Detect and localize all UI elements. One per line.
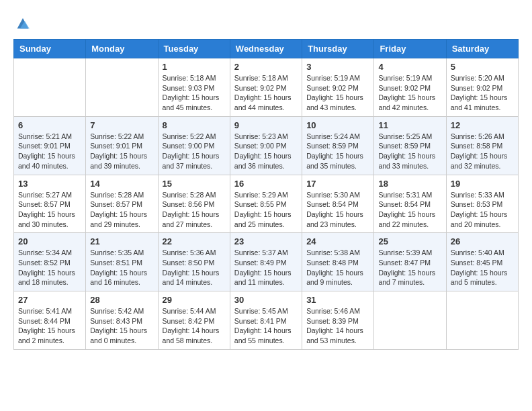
logo: [13, 13, 35, 32]
calendar-cell: 9Sunrise: 5:23 AMSunset: 9:00 PMDaylight…: [230, 116, 302, 175]
day-number: 6: [18, 120, 81, 130]
day-number: 16: [234, 179, 298, 189]
calendar-cell: 19Sunrise: 5:33 AMSunset: 8:53 PMDayligh…: [446, 175, 518, 233]
calendar-cell: 15Sunrise: 5:28 AMSunset: 8:56 PMDayligh…: [158, 175, 230, 233]
calendar-week-2: 6Sunrise: 5:21 AMSunset: 9:01 PMDaylight…: [14, 116, 519, 175]
day-number: 28: [90, 295, 153, 305]
calendar-cell: 5Sunrise: 5:20 AMSunset: 9:02 PMDaylight…: [446, 58, 518, 117]
calendar-cell: 30Sunrise: 5:45 AMSunset: 8:41 PMDayligh…: [230, 291, 302, 350]
day-info: Sunrise: 5:27 AMSunset: 8:57 PMDaylight:…: [18, 190, 81, 230]
day-info: Sunrise: 5:36 AMSunset: 8:50 PMDaylight:…: [163, 248, 226, 287]
day-number: 17: [306, 179, 369, 189]
calendar-cell: 16Sunrise: 5:29 AMSunset: 8:55 PMDayligh…: [230, 175, 302, 233]
calendar-cell: 24Sunrise: 5:38 AMSunset: 8:48 PMDayligh…: [302, 233, 374, 291]
day-number: 2: [234, 62, 298, 72]
calendar-header-row: SundayMondayTuesdayWednesdayThursdayFrid…: [14, 40, 519, 58]
day-info: Sunrise: 5:28 AMSunset: 8:56 PMDaylight:…: [163, 190, 226, 230]
calendar-cell: 31Sunrise: 5:46 AMSunset: 8:39 PMDayligh…: [302, 291, 374, 350]
calendar-cell: 18Sunrise: 5:31 AMSunset: 8:54 PMDayligh…: [374, 175, 446, 233]
day-number: 9: [234, 120, 298, 130]
day-number: 27: [18, 295, 81, 305]
day-number: 20: [18, 236, 81, 246]
day-number: 14: [90, 179, 153, 189]
calendar-cell: 21Sunrise: 5:35 AMSunset: 8:51 PMDayligh…: [86, 233, 158, 291]
day-number: 7: [90, 120, 153, 130]
calendar-cell: [374, 291, 446, 350]
calendar-cell: [446, 291, 518, 350]
day-number: 10: [306, 120, 369, 130]
day-number: 22: [163, 236, 226, 246]
day-number: 31: [306, 295, 369, 305]
day-number: 5: [451, 62, 514, 72]
day-number: 25: [378, 236, 441, 246]
logo-icon: [13, 13, 32, 32]
calendar-cell: 7Sunrise: 5:22 AMSunset: 9:01 PMDaylight…: [86, 116, 158, 175]
day-info: Sunrise: 5:30 AMSunset: 8:54 PMDaylight:…: [306, 190, 369, 230]
day-info: Sunrise: 5:29 AMSunset: 8:55 PMDaylight:…: [234, 190, 298, 230]
day-number: 30: [234, 295, 298, 305]
calendar-cell: 11Sunrise: 5:25 AMSunset: 8:59 PMDayligh…: [374, 116, 446, 175]
day-number: 26: [451, 236, 514, 246]
day-info: Sunrise: 5:37 AMSunset: 8:49 PMDaylight:…: [234, 248, 298, 287]
day-header-wednesday: Wednesday: [230, 40, 302, 58]
calendar-cell: 25Sunrise: 5:39 AMSunset: 8:47 PMDayligh…: [374, 233, 446, 291]
day-header-sunday: Sunday: [14, 40, 86, 58]
calendar-cell: 10Sunrise: 5:24 AMSunset: 8:59 PMDayligh…: [302, 116, 374, 175]
calendar-cell: [86, 58, 158, 117]
calendar-cell: 1Sunrise: 5:18 AMSunset: 9:03 PMDaylight…: [158, 58, 230, 117]
day-number: 12: [451, 120, 514, 130]
day-info: Sunrise: 5:18 AMSunset: 9:02 PMDaylight:…: [234, 73, 298, 113]
day-number: 23: [234, 236, 298, 246]
calendar-cell: 26Sunrise: 5:40 AMSunset: 8:45 PMDayligh…: [446, 233, 518, 291]
calendar-cell: 27Sunrise: 5:41 AMSunset: 8:44 PMDayligh…: [14, 291, 86, 350]
calendar-cell: 13Sunrise: 5:27 AMSunset: 8:57 PMDayligh…: [14, 175, 86, 233]
day-header-friday: Friday: [374, 40, 446, 58]
calendar-cell: 20Sunrise: 5:34 AMSunset: 8:52 PMDayligh…: [14, 233, 86, 291]
day-info: Sunrise: 5:33 AMSunset: 8:53 PMDaylight:…: [451, 190, 514, 230]
calendar-cell: 4Sunrise: 5:19 AMSunset: 9:02 PMDaylight…: [374, 58, 446, 117]
day-header-saturday: Saturday: [446, 40, 518, 58]
calendar: SundayMondayTuesdayWednesdayThursdayFrid…: [13, 39, 519, 350]
day-info: Sunrise: 5:23 AMSunset: 9:00 PMDaylight:…: [234, 132, 298, 171]
calendar-cell: 14Sunrise: 5:28 AMSunset: 8:57 PMDayligh…: [86, 175, 158, 233]
day-number: 13: [18, 179, 81, 189]
calendar-cell: 23Sunrise: 5:37 AMSunset: 8:49 PMDayligh…: [230, 233, 302, 291]
calendar-cell: 2Sunrise: 5:18 AMSunset: 9:02 PMDaylight…: [230, 58, 302, 117]
day-info: Sunrise: 5:41 AMSunset: 8:44 PMDaylight:…: [18, 306, 81, 346]
day-info: Sunrise: 5:44 AMSunset: 8:42 PMDaylight:…: [163, 306, 226, 346]
day-info: Sunrise: 5:40 AMSunset: 8:45 PMDaylight:…: [451, 248, 514, 287]
day-number: 29: [163, 295, 226, 305]
day-number: 15: [163, 179, 226, 189]
calendar-cell: [14, 58, 86, 117]
day-number: 11: [378, 120, 441, 130]
calendar-cell: 6Sunrise: 5:21 AMSunset: 9:01 PMDaylight…: [14, 116, 86, 175]
day-info: Sunrise: 5:34 AMSunset: 8:52 PMDaylight:…: [18, 248, 81, 287]
day-info: Sunrise: 5:31 AMSunset: 8:54 PMDaylight:…: [378, 190, 441, 230]
day-info: Sunrise: 5:18 AMSunset: 9:03 PMDaylight:…: [163, 73, 226, 113]
day-number: 21: [90, 236, 153, 246]
day-info: Sunrise: 5:35 AMSunset: 8:51 PMDaylight:…: [90, 248, 153, 287]
day-info: Sunrise: 5:38 AMSunset: 8:48 PMDaylight:…: [306, 248, 369, 287]
page-header: [13, 13, 519, 32]
day-info: Sunrise: 5:45 AMSunset: 8:41 PMDaylight:…: [234, 306, 298, 346]
calendar-cell: 8Sunrise: 5:22 AMSunset: 9:00 PMDaylight…: [158, 116, 230, 175]
day-info: Sunrise: 5:19 AMSunset: 9:02 PMDaylight:…: [306, 73, 369, 113]
day-number: 1: [163, 62, 226, 72]
day-info: Sunrise: 5:21 AMSunset: 9:01 PMDaylight:…: [18, 132, 81, 171]
day-number: 19: [451, 179, 514, 189]
calendar-cell: 28Sunrise: 5:42 AMSunset: 8:43 PMDayligh…: [86, 291, 158, 350]
day-number: 4: [378, 62, 441, 72]
day-info: Sunrise: 5:20 AMSunset: 9:02 PMDaylight:…: [451, 73, 514, 113]
calendar-week-1: 1Sunrise: 5:18 AMSunset: 9:03 PMDaylight…: [14, 58, 519, 117]
day-info: Sunrise: 5:19 AMSunset: 9:02 PMDaylight:…: [378, 73, 441, 113]
calendar-cell: 22Sunrise: 5:36 AMSunset: 8:50 PMDayligh…: [158, 233, 230, 291]
day-info: Sunrise: 5:39 AMSunset: 8:47 PMDaylight:…: [378, 248, 441, 287]
day-info: Sunrise: 5:22 AMSunset: 9:01 PMDaylight:…: [90, 132, 153, 171]
day-number: 24: [306, 236, 369, 246]
day-info: Sunrise: 5:24 AMSunset: 8:59 PMDaylight:…: [306, 132, 369, 171]
day-number: 8: [163, 120, 226, 130]
day-header-thursday: Thursday: [302, 40, 374, 58]
calendar-week-4: 20Sunrise: 5:34 AMSunset: 8:52 PMDayligh…: [14, 233, 519, 291]
day-info: Sunrise: 5:28 AMSunset: 8:57 PMDaylight:…: [90, 190, 153, 230]
day-info: Sunrise: 5:25 AMSunset: 8:59 PMDaylight:…: [378, 132, 441, 171]
